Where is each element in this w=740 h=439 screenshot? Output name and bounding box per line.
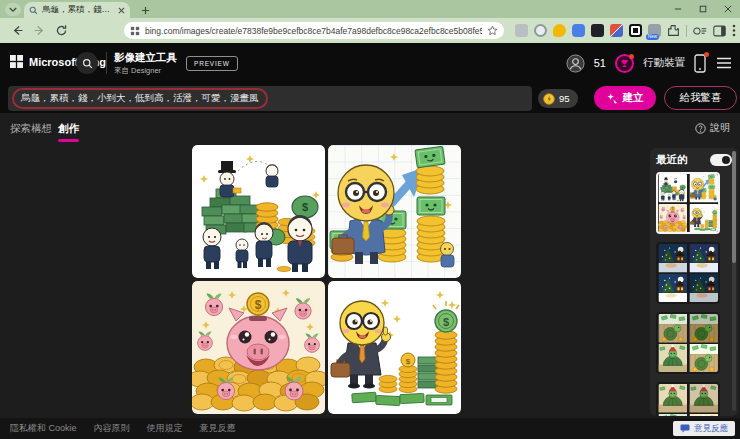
prompt-input[interactable]: 烏龜，累積，錢，小到大，低到高，活潑，可愛，漫畫風 xyxy=(8,86,532,111)
back-button[interactable] xyxy=(6,20,28,42)
window-minimize-button[interactable] xyxy=(665,0,690,17)
hamburger-menu-icon[interactable] xyxy=(716,57,732,69)
recent-thumbnail-group-3[interactable] xyxy=(656,312,720,374)
help-button[interactable]: 說明 xyxy=(695,121,730,135)
forward-arrow-icon xyxy=(33,24,46,37)
mobile-device-label[interactable]: 行動裝置 xyxy=(643,56,685,70)
app-footer: 隱私權和 Cookie 內容原則 使用規定 意見反應 意見反應 xyxy=(0,418,740,439)
create-button-label: 建立 xyxy=(623,91,644,105)
recent-toggle[interactable] xyxy=(710,154,732,166)
footer-link-feedback[interactable]: 意見反應 xyxy=(200,422,236,435)
tab-favicon-search-icon xyxy=(29,6,38,15)
browser-menu-icon[interactable] xyxy=(732,24,736,37)
tab-title: 烏龜，累積，錢，小到大，低到 xyxy=(42,4,114,16)
forward-button[interactable] xyxy=(28,20,50,42)
search-button[interactable] xyxy=(76,52,98,74)
app-title-block: 影像建立工具 來自 Designer xyxy=(114,51,177,76)
thumb-turtle-santa-1 xyxy=(658,384,688,413)
extensions-puzzle-icon[interactable] xyxy=(667,24,680,37)
tab-creations[interactable]: 創作 xyxy=(58,122,79,136)
header-right-cluster: 51 行動裝置 xyxy=(566,43,732,83)
thumb-turtle-santa-4 xyxy=(689,414,719,417)
chevron-down-icon xyxy=(9,7,17,13)
maximize-icon xyxy=(699,5,707,13)
thumb-christmas-1 xyxy=(658,244,688,273)
thumb-turtle-1 xyxy=(658,314,688,343)
generated-image-2[interactable] xyxy=(328,145,461,278)
surprise-me-button[interactable]: 給我驚喜 xyxy=(664,86,737,110)
window-controls xyxy=(665,0,740,17)
browser-tab[interactable]: 烏龜，累積，錢，小到大，低到 xyxy=(24,2,130,18)
coin-icon xyxy=(543,93,555,105)
thumb-turtle-4 xyxy=(689,344,719,373)
header-divider xyxy=(106,52,107,74)
tab-explore-ideas[interactable]: 探索構想 xyxy=(10,122,52,136)
scrollbar-thumb[interactable] xyxy=(732,151,736,263)
speech-bubble-icon xyxy=(680,424,690,433)
reload-icon xyxy=(55,24,68,37)
generated-image-1[interactable] xyxy=(192,145,325,278)
back-arrow-icon xyxy=(11,24,24,37)
site-grid-icon xyxy=(130,26,140,36)
side-panel-icon[interactable] xyxy=(713,25,726,37)
extension-icon-5[interactable] xyxy=(591,24,604,37)
surprise-button-label: 給我驚喜 xyxy=(680,91,722,105)
thumb-money-1 xyxy=(658,174,688,203)
window-close-button[interactable] xyxy=(715,0,740,17)
microsoft-grid-icon xyxy=(10,55,23,68)
bookmark-star-icon[interactable] xyxy=(487,25,498,36)
extensions-area: New xyxy=(515,22,736,39)
extension-icon-4[interactable] xyxy=(572,24,585,37)
thumb-turtle-3 xyxy=(658,344,688,373)
generated-image-4[interactable] xyxy=(328,281,461,414)
section-tabs: 探索構想 創作 說明 xyxy=(0,117,740,143)
extension-icon-1[interactable] xyxy=(515,24,528,37)
footer-link-content-policy[interactable]: 內容原則 xyxy=(94,422,130,435)
recent-thumbnail-group-2[interactable] xyxy=(656,242,720,304)
profile-chip-icon[interactable] xyxy=(693,25,707,37)
tab-search-button[interactable] xyxy=(5,3,21,16)
recent-thumbnail-group-1[interactable] xyxy=(656,172,720,234)
create-button[interactable]: 建立 xyxy=(594,86,656,110)
browser-toolbar: bing.com/images/create/e7838fe9be9cefbc8… xyxy=(0,18,740,43)
question-circle-icon xyxy=(695,123,706,134)
bing-image-creator-app: Microsoft Bing 影像建立工具 來自 Designer PREVIE… xyxy=(0,43,740,439)
generated-image-3[interactable] xyxy=(192,281,325,414)
thumb-turtle-2 xyxy=(689,314,719,343)
thumb-money-3 xyxy=(658,204,688,233)
footer-link-terms[interactable]: 使用規定 xyxy=(147,422,183,435)
sidebar-scrollbar[interactable] xyxy=(732,151,736,411)
rewards-trophy-badge[interactable] xyxy=(615,54,634,73)
window-maximize-button[interactable] xyxy=(690,0,715,17)
prompt-row: 烏龜，累積，錢，小到大，低到高，活潑，可愛，漫畫風 95 建立 給我驚喜 xyxy=(0,85,740,113)
recent-panel: 最近的 xyxy=(650,148,738,416)
notification-dot xyxy=(704,52,709,57)
feedback-button[interactable]: 意見反應 xyxy=(673,421,735,436)
sparkle-pen-icon xyxy=(607,93,618,104)
account-avatar-icon[interactable] xyxy=(566,54,585,73)
mobile-device-button[interactable] xyxy=(694,54,707,73)
close-icon xyxy=(724,5,732,13)
preview-badge: PREVIEW xyxy=(186,56,238,71)
recent-title: 最近的 xyxy=(656,153,688,167)
page-title: 影像建立工具 xyxy=(114,51,177,65)
new-tab-button[interactable] xyxy=(138,3,152,17)
url-text: bing.com/images/create/e7838fe9be9cefbc8… xyxy=(145,26,482,36)
extension-icon-7[interactable] xyxy=(629,24,642,37)
recent-panel-header: 最近的 xyxy=(656,153,732,167)
url-bar[interactable]: bing.com/images/create/e7838fe9be9cefbc8… xyxy=(124,22,504,39)
credits-pill[interactable]: 95 xyxy=(538,89,578,108)
recent-thumbnail-group-4[interactable] xyxy=(656,382,720,416)
extension-icon-8[interactable]: New xyxy=(648,24,661,37)
extension-icon-6[interactable] xyxy=(610,24,623,37)
help-label: 說明 xyxy=(710,121,730,135)
extension-icon-3[interactable] xyxy=(553,24,566,37)
trophy-icon xyxy=(620,59,629,68)
app-header: Microsoft Bing 影像建立工具 來自 Designer PREVIE… xyxy=(0,43,740,83)
reload-button[interactable] xyxy=(50,20,72,42)
thumb-christmas-2 xyxy=(689,244,719,273)
tab-close-icon[interactable] xyxy=(118,7,125,14)
footer-links: 隱私權和 Cookie 內容原則 使用規定 意見反應 xyxy=(10,422,236,435)
extension-icon-2[interactable] xyxy=(534,24,547,37)
footer-link-privacy[interactable]: 隱私權和 Cookie xyxy=(10,422,77,435)
